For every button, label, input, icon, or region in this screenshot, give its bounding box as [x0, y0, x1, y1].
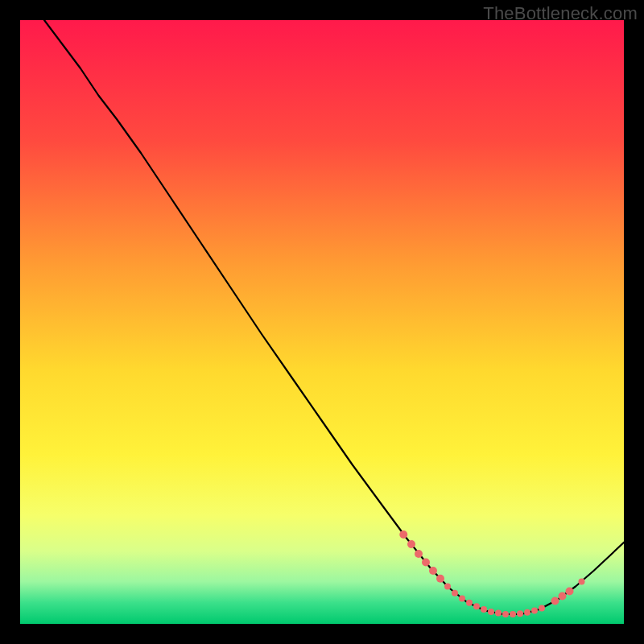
data-marker	[399, 530, 407, 539]
chart-svg	[20, 20, 624, 624]
data-marker	[488, 609, 494, 615]
plot-area	[20, 20, 624, 624]
data-marker	[579, 579, 585, 585]
watermark-text: TheBottleneck.com	[483, 3, 638, 24]
data-marker	[459, 596, 465, 602]
data-marker	[551, 597, 559, 605]
data-marker	[539, 605, 545, 612]
data-marker	[415, 550, 423, 558]
data-marker	[473, 603, 480, 609]
data-marker	[524, 609, 530, 616]
data-marker	[422, 559, 430, 567]
data-marker	[517, 610, 523, 617]
data-marker	[466, 600, 473, 606]
data-marker	[566, 588, 574, 596]
data-marker	[559, 592, 567, 601]
data-marker	[510, 611, 516, 617]
data-marker	[481, 606, 487, 613]
data-marker	[444, 584, 451, 590]
data-marker	[452, 590, 458, 597]
data-marker	[429, 567, 437, 575]
data-marker	[531, 608, 538, 614]
data-marker	[495, 610, 502, 617]
data-marker	[502, 611, 509, 617]
chart-frame: TheBottleneck.com	[0, 0, 644, 644]
data-marker	[407, 540, 415, 548]
data-marker	[436, 575, 444, 583]
